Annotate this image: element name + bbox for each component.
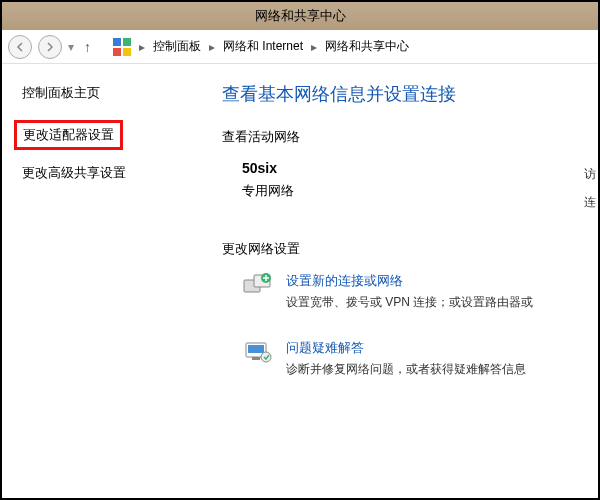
breadcrumb-item[interactable]: 网络和共享中心 <box>325 38 409 55</box>
setup-connection-desc: 设置宽带、拨号或 VPN 连接；或设置路由器或 <box>286 294 533 311</box>
setup-connection-link[interactable]: 设置新的连接或网络 <box>286 272 533 290</box>
svg-rect-5 <box>252 357 260 360</box>
svg-rect-4 <box>248 345 264 353</box>
troubleshoot-icon <box>242 339 274 367</box>
troubleshoot-item[interactable]: 问题疑难解答 诊断并修复网络问题，或者获得疑难解答信息 <box>222 339 598 378</box>
arrow-right-icon <box>45 42 55 52</box>
sidebar: 控制面板主页 更改适配器设置 更改高级共享设置 <box>2 64 222 498</box>
window-titlebar: 网络和共享中心 <box>2 2 598 30</box>
chevron-right-icon: ▸ <box>137 40 147 54</box>
right-hint: 访 <box>584 160 596 188</box>
chevron-right-icon: ▸ <box>309 40 319 54</box>
arrow-left-icon <box>15 42 25 52</box>
troubleshoot-link[interactable]: 问题疑难解答 <box>286 339 526 357</box>
dropdown-nav[interactable]: ▾ <box>68 40 74 54</box>
active-networks-label: 查看活动网络 <box>222 128 598 146</box>
back-button[interactable] <box>8 35 32 59</box>
main-panel: 查看基本网络信息并设置连接 查看活动网络 50six 专用网络 更改网络设置 设… <box>222 64 598 498</box>
network-name: 50six <box>242 160 598 176</box>
window-title: 网络和共享中心 <box>255 8 346 23</box>
nav-toolbar: ▾ ↑ ▸ 控制面板 ▸ 网络和 Internet ▸ 网络和共享中心 <box>2 30 598 64</box>
sidebar-advanced-link[interactable]: 更改高级共享设置 <box>22 164 212 182</box>
network-block: 50six 专用网络 <box>222 160 598 200</box>
breadcrumb-item[interactable]: 网络和 Internet <box>223 38 303 55</box>
new-connection-icon <box>242 272 274 300</box>
network-type: 专用网络 <box>242 182 598 200</box>
highlight-annotation: 更改适配器设置 <box>14 120 123 150</box>
change-settings-label: 更改网络设置 <box>222 240 598 258</box>
troubleshoot-desc: 诊断并修复网络问题，或者获得疑难解答信息 <box>286 361 526 378</box>
chevron-right-icon: ▸ <box>207 40 217 54</box>
forward-button[interactable] <box>38 35 62 59</box>
control-panel-icon <box>113 38 131 56</box>
sidebar-adapter-link[interactable]: 更改适配器设置 <box>23 126 114 144</box>
right-hint: 连 <box>584 188 596 216</box>
right-truncated-labels: 访 连 <box>584 160 596 216</box>
page-heading: 查看基本网络信息并设置连接 <box>222 82 598 106</box>
up-button[interactable]: ↑ <box>80 39 95 55</box>
svg-point-6 <box>261 352 271 362</box>
breadcrumb-item[interactable]: 控制面板 <box>153 38 201 55</box>
sidebar-home-link[interactable]: 控制面板主页 <box>22 84 212 102</box>
setup-connection-item[interactable]: 设置新的连接或网络 设置宽带、拨号或 VPN 连接；或设置路由器或 <box>222 272 598 311</box>
